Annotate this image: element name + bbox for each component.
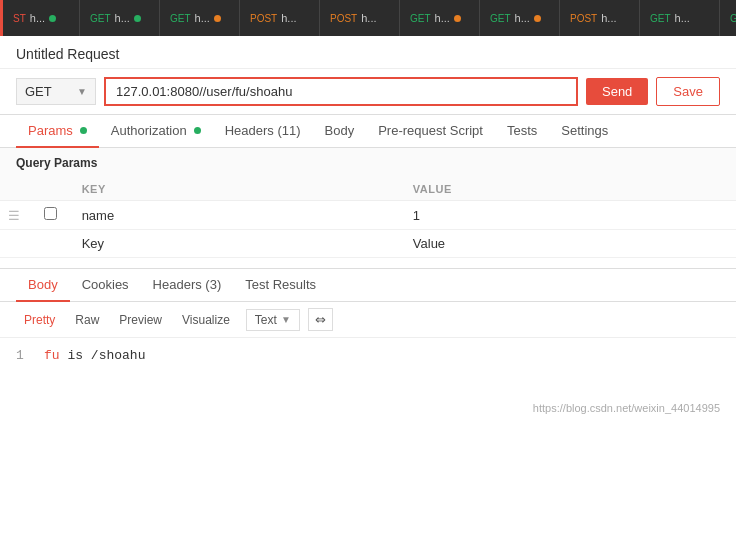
tab-status-dot — [134, 15, 141, 22]
tab-st-h[interactable]: ST h... — [0, 0, 80, 36]
tab-post-h2[interactable]: POST h... — [320, 0, 400, 36]
save-button[interactable]: Save — [656, 77, 720, 106]
tab-get-h2[interactable]: GET h... — [80, 0, 160, 36]
tab-method-label: POST — [250, 13, 277, 24]
row-checkbox-cell — [36, 201, 73, 230]
tab-status-dot — [49, 15, 56, 22]
param-key-placeholder[interactable]: Key — [74, 230, 405, 258]
tab-status-dot — [214, 15, 221, 22]
tab-get-h3[interactable]: GET h... — [160, 0, 240, 36]
response-test-results-label: Test Results — [245, 277, 316, 292]
key-column-header: KEY — [74, 178, 405, 201]
response-headers-label: Headers (3) — [153, 277, 222, 292]
param-key-cell[interactable]: name — [74, 201, 405, 230]
param-value-cell[interactable]: 1 — [405, 201, 736, 230]
tab-path-label: h... — [675, 12, 690, 24]
tab-headers-label: Headers (11) — [225, 123, 301, 138]
tab-settings[interactable]: Settings — [549, 115, 620, 148]
tab-tests-label: Tests — [507, 123, 537, 138]
tab-status-dot — [454, 15, 461, 22]
check-cell-empty — [36, 230, 73, 258]
format-type-dropdown[interactable]: Text ▼ — [246, 309, 300, 331]
format-bar: Pretty Raw Preview Visualize Text ▼ ⇔ — [0, 302, 736, 338]
params-status-dot — [80, 127, 87, 134]
row-checkbox[interactable] — [44, 207, 57, 220]
code-line-1: 1 fu is /shoahu — [16, 348, 720, 363]
format-preview-button[interactable]: Preview — [111, 310, 170, 330]
response-tab-test-results[interactable]: Test Results — [233, 269, 328, 302]
response-tab-headers[interactable]: Headers (3) — [141, 269, 234, 302]
code-area: 1 fu is /shoahu — [0, 338, 736, 398]
tab-get-h4[interactable]: GET h... — [400, 0, 480, 36]
format-dropdown-chevron-icon: ▼ — [281, 314, 291, 325]
tab-method-label: GET — [490, 13, 511, 24]
tab-path-label: h... — [361, 12, 376, 24]
chevron-down-icon: ▼ — [77, 86, 87, 97]
tab-path-label: h... — [115, 12, 130, 24]
drag-handle[interactable]: ☰ — [0, 201, 36, 230]
tab-method-label: GET — [650, 13, 671, 24]
format-raw-button[interactable]: Raw — [67, 310, 107, 330]
tab-get-h6[interactable]: GET h... — [640, 0, 720, 36]
tab-path-label: h... — [281, 12, 296, 24]
tab-path-label: h... — [195, 12, 210, 24]
tab-get-h5[interactable]: GET h... — [480, 0, 560, 36]
url-bar: GET ▼ Send Save — [0, 69, 736, 115]
tab-body[interactable]: Body — [313, 115, 367, 148]
tab-body-label: Body — [325, 123, 355, 138]
value-column-header: VALUE — [405, 178, 736, 201]
response-tab-body[interactable]: Body — [16, 269, 70, 302]
query-params-label: Query Params — [0, 148, 736, 178]
table-row-placeholder: Key Value — [0, 230, 736, 258]
wrap-lines-button[interactable]: ⇔ — [308, 308, 333, 331]
check-col-header — [36, 178, 73, 201]
tab-status-dot — [534, 15, 541, 22]
page-title: Untitled Request — [0, 36, 736, 69]
tab-tests[interactable]: Tests — [495, 115, 549, 148]
method-select[interactable]: GET ▼ — [16, 78, 96, 105]
tab-authorization[interactable]: Authorization — [99, 115, 213, 148]
format-visualize-button[interactable]: Visualize — [174, 310, 238, 330]
code-content-1: fu is /shoahu — [44, 348, 145, 363]
tab-prerequest[interactable]: Pre-request Script — [366, 115, 495, 148]
tab-method-label: GET — [90, 13, 111, 24]
tab-method-label: POST — [570, 13, 597, 24]
method-value: GET — [25, 84, 52, 99]
drag-handle-empty — [0, 230, 36, 258]
tab-post-h1[interactable]: POST h... — [240, 0, 320, 36]
table-row: ☰ name 1 — [0, 201, 736, 230]
tab-method-label: GET — [410, 13, 431, 24]
response-nav-tabs: Body Cookies Headers (3) Test Results — [0, 269, 736, 302]
tab-params[interactable]: Params — [16, 115, 99, 148]
tab-path-label: h... — [30, 12, 45, 24]
drag-col-header — [0, 178, 36, 201]
format-pretty-button[interactable]: Pretty — [16, 310, 63, 330]
response-tab-cookies[interactable]: Cookies — [70, 269, 141, 302]
tab-params-label: Params — [28, 123, 73, 138]
code-value-is: is /shoahu — [67, 348, 145, 363]
tab-headers[interactable]: Headers (11) — [213, 115, 313, 148]
url-input[interactable] — [104, 77, 578, 106]
param-value-placeholder[interactable]: Value — [405, 230, 736, 258]
tab-method-label: POST — [330, 13, 357, 24]
tab-post-h3[interactable]: POST h... — [560, 0, 640, 36]
watermark: https://blog.csdn.net/weixin_44014995 — [0, 398, 736, 418]
request-nav-tabs: Params Authorization Headers (11) Body P… — [0, 115, 736, 148]
auth-status-dot — [194, 127, 201, 134]
tab-get-h7[interactable]: GET h... — [720, 0, 736, 36]
tab-prerequest-label: Pre-request Script — [378, 123, 483, 138]
format-type-label: Text — [255, 313, 277, 327]
code-keyword-fu: fu — [44, 348, 60, 363]
tab-authorization-label: Authorization — [111, 123, 187, 138]
send-button[interactable]: Send — [586, 78, 648, 105]
tab-path-label: h... — [435, 12, 450, 24]
tab-bar: ST h... GET h... GET h... POST h... POST… — [0, 0, 736, 36]
tab-settings-label: Settings — [561, 123, 608, 138]
tab-method-label: ST — [13, 13, 26, 24]
tab-method-label: GET — [170, 13, 191, 24]
tab-path-label: h... — [601, 12, 616, 24]
tab-path-label: h... — [515, 12, 530, 24]
tab-method-label: GET — [730, 13, 736, 24]
response-body-label: Body — [28, 277, 58, 292]
line-number-1: 1 — [16, 348, 32, 363]
